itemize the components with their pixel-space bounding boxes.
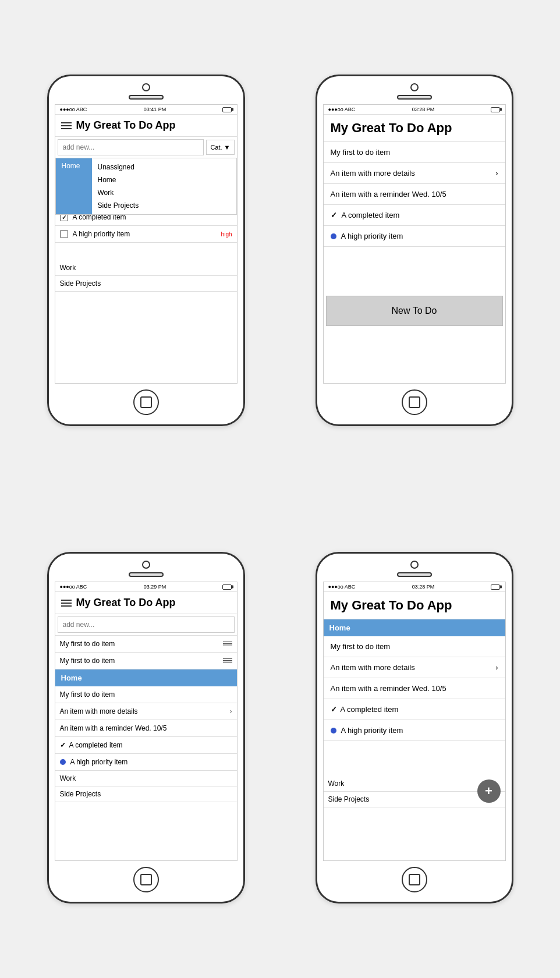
section-label-work-3: Work xyxy=(55,771,237,786)
app-title-3: My Great To Do App xyxy=(76,597,176,609)
title-row-3: My Great To Do App xyxy=(61,597,231,609)
phone-top-3 xyxy=(49,554,243,582)
category-button-1[interactable]: Cat. ▼ xyxy=(206,140,234,155)
home-button-2[interactable] xyxy=(402,389,427,415)
list-item[interactable]: My first to do item xyxy=(324,636,505,657)
home-button-3[interactable] xyxy=(133,867,159,892)
list-item-drag-1[interactable]: My first to do item xyxy=(55,636,237,653)
time-2: 03:28 PM xyxy=(412,107,435,112)
screen-3: ●●●oo ABC 03:29 PM My Great To Do App My xyxy=(55,582,238,861)
chevron-icon: › xyxy=(495,169,498,178)
section-header-home: Home xyxy=(55,669,237,686)
dropdown-list-1: Unassigned Home Work Side Projects xyxy=(91,158,236,214)
item-text: My first to do item xyxy=(60,690,232,699)
checkbox[interactable] xyxy=(60,230,68,238)
new-todo-button[interactable]: New To Do xyxy=(326,296,503,326)
add-new-row-1: Cat. ▼ Home Unassigned Home Work Side Pr… xyxy=(55,137,237,158)
time-4: 03:28 PM xyxy=(412,584,435,590)
chevron-icon: › xyxy=(230,707,232,715)
list-item[interactable]: My first to do item xyxy=(324,142,505,163)
list-item[interactable]: ✓ A completed item xyxy=(324,205,505,226)
status-bar-4: ●●●oo ABC 03:28 PM xyxy=(324,582,505,592)
camera-icon-2 xyxy=(410,83,419,91)
battery-1 xyxy=(222,107,232,112)
quadrant-3: ●●●oo ABC 03:29 PM My Great To Do App My xyxy=(12,489,280,966)
list-item[interactable]: An item with a reminder Wed. 10/5 xyxy=(324,184,505,205)
detail-title-4: My Great To Do App xyxy=(331,598,498,613)
section-header-home-4: Home xyxy=(324,619,505,636)
item-text: An item with a reminder Wed. 10/5 xyxy=(60,724,232,732)
drag-handle[interactable] xyxy=(223,658,232,664)
list-item-drag-2[interactable]: My first to do item xyxy=(55,653,237,669)
hamburger-button-1[interactable] xyxy=(61,122,72,129)
phone-bottom-3 xyxy=(49,861,243,902)
signal-text-1: ●●●oo ABC xyxy=(60,107,87,112)
list-item[interactable]: A high priority item xyxy=(324,720,505,741)
home-button-1[interactable] xyxy=(133,389,159,415)
priority-badge: high xyxy=(221,231,232,238)
phone-1: ●●●oo ABC 03:41 PM My Great To Do App Ca… xyxy=(47,75,245,426)
list-item[interactable]: An item with more details › xyxy=(324,163,505,184)
item-text: My first to do item xyxy=(60,657,223,665)
app-header-1: My Great To Do App xyxy=(55,115,237,137)
item-text: An item with a reminder Wed. 10/5 xyxy=(331,684,446,693)
signal-text-3: ●●●oo ABC xyxy=(60,584,87,590)
checkmark-icon: ✓ xyxy=(331,211,337,219)
item-text: A completed item xyxy=(341,705,399,714)
item-text: My first to do item xyxy=(331,642,391,651)
item-text: A high priority item xyxy=(341,232,403,240)
dropdown-item-unassigned[interactable]: Unassigned xyxy=(92,161,236,173)
dropdown-item-work[interactable]: Work xyxy=(92,186,236,199)
item-text: A completed item xyxy=(342,211,400,219)
list-item[interactable]: An item with a reminder Wed. 10/5 xyxy=(55,720,237,737)
title-row-1: My Great To Do App xyxy=(61,119,231,132)
drag-handle[interactable] xyxy=(223,642,232,647)
category-dropdown-1[interactable]: Home Unassigned Home Work Side Projects xyxy=(55,158,237,215)
item-text: My first to do item xyxy=(60,640,223,648)
list-item[interactable]: ✓ A completed item xyxy=(55,737,237,754)
battery-3 xyxy=(222,584,232,590)
phone-top-2 xyxy=(317,76,512,104)
list-item[interactable]: ✓ A completed item xyxy=(324,699,505,720)
add-new-row-3 xyxy=(55,614,237,636)
camera-icon-3 xyxy=(142,561,150,569)
phone-4: ●●●oo ABC 03:28 PM My Great To Do App Ho… xyxy=(316,552,513,903)
item-text: An item with more details xyxy=(331,169,415,178)
dropdown-item-home[interactable]: Home xyxy=(92,173,236,186)
speaker-4 xyxy=(397,572,432,577)
list-item[interactable]: A high priority item xyxy=(324,226,505,247)
item-text: A high priority item xyxy=(341,726,403,735)
list-item[interactable]: A high priority item xyxy=(55,754,237,771)
list-item[interactable]: An item with more details › xyxy=(324,657,505,678)
list-item[interactable]: An item with more details › xyxy=(55,703,237,720)
quadrant-2: ●●●oo ABC 03:28 PM My Great To Do App My… xyxy=(280,12,548,489)
home-button-inner-1 xyxy=(140,396,152,408)
fab-button[interactable]: + xyxy=(477,779,501,803)
battery-4 xyxy=(491,584,500,590)
home-button-inner-4 xyxy=(409,874,420,885)
phone-bottom-4 xyxy=(317,861,512,902)
section-label-sideprojects-3: Side Projects xyxy=(55,786,237,802)
add-new-input-3[interactable] xyxy=(58,616,235,633)
app-header-3: My Great To Do App xyxy=(55,592,237,614)
home-button-inner-3 xyxy=(140,874,152,885)
list-item[interactable]: My first to do item xyxy=(55,686,237,703)
priority-dot xyxy=(331,728,336,734)
section-label-work: Work xyxy=(55,260,237,276)
list-item[interactable]: A high priority item high xyxy=(55,226,237,243)
status-bar-1: ●●●oo ABC 03:41 PM xyxy=(55,105,237,115)
add-new-input-1[interactable] xyxy=(58,139,204,155)
screen-4: ●●●oo ABC 03:28 PM My Great To Do App Ho… xyxy=(323,582,506,861)
item-text: A high priority item xyxy=(73,230,219,238)
home-button-4[interactable] xyxy=(402,867,427,892)
time-1: 03:41 PM xyxy=(144,107,166,112)
hamburger-button-3[interactable] xyxy=(61,600,72,607)
dropdown-item-sideprojects[interactable]: Side Projects xyxy=(92,199,236,212)
signal-text-2: ●●●oo ABC xyxy=(328,107,356,112)
quadrant-4: ●●●oo ABC 03:28 PM My Great To Do App Ho… xyxy=(280,489,548,966)
time-3: 03:29 PM xyxy=(144,584,166,590)
dropdown-selected-1[interactable]: Home xyxy=(56,158,91,214)
speaker-1 xyxy=(129,95,164,100)
camera-icon-1 xyxy=(142,83,150,91)
list-item[interactable]: An item with a reminder Wed. 10/5 xyxy=(324,678,505,699)
